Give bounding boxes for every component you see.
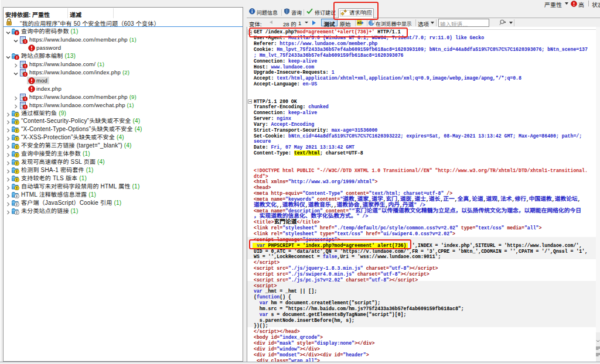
svg-text:ab: ab (357, 20, 362, 25)
